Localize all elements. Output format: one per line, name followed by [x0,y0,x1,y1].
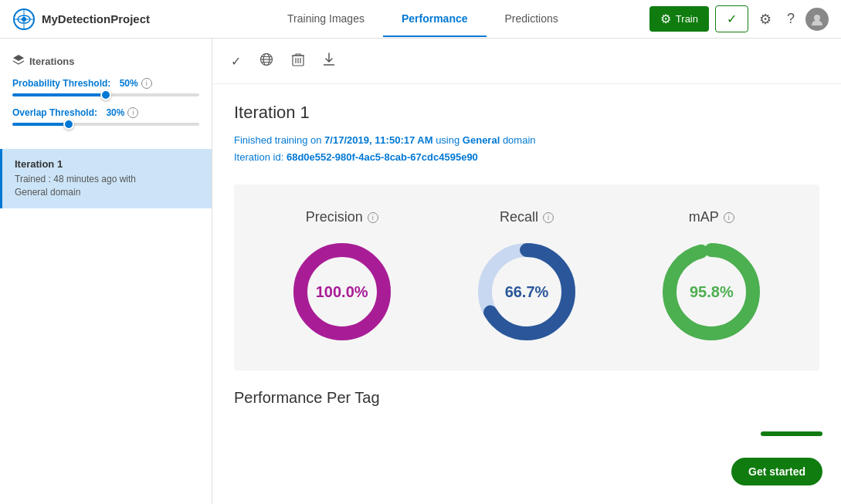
overlap-slider-track [12,123,199,126]
app-logo-icon [12,8,36,31]
precision-label: Precision i [306,209,378,225]
meta-line1: Finished training on 7/17/2019, 11:50:17… [234,134,536,146]
map-info-icon[interactable]: i [724,212,734,223]
overlap-slider-thumb[interactable] [63,119,74,130]
settings-button[interactable]: ⚙ [755,6,776,32]
iteration-item-desc: Trained : 48 minutes ago with General do… [15,173,199,199]
metric-recall: Recall i 66.7% [473,209,581,346]
iteration-item-1[interactable]: Iteration 1 Trained : 48 minutes ago wit… [0,149,212,208]
sidebar-section-title: Iterations [0,51,212,78]
sidebar-controls: Probability Threshold: 50% i Overlap Thr… [0,78,212,149]
main-layout: Iterations Probability Threshold: 50% i … [0,39,841,504]
tab-performance[interactable]: Performance [383,2,487,37]
logo-area: MyDetectionProject [12,8,150,31]
metric-precision: Precision i 100.0% [288,209,396,346]
toolbar-check-button[interactable]: ✓ [228,51,244,72]
progress-bar-row [761,431,822,436]
performance-per-tag-title: Performance Per Tag [234,389,819,407]
iteration-title: Iteration 1 [234,103,819,123]
avatar[interactable] [805,8,829,31]
precision-value: 100.0% [316,283,368,301]
layers-icon [12,54,25,69]
sidebar: Iterations Probability Threshold: 50% i … [0,39,212,504]
check-icon: ✓ [727,12,737,26]
probability-threshold-label: Probability Threshold: 50% i [12,78,199,89]
help-icon: ? [787,11,795,27]
map-value: 95.8% [690,283,734,301]
train-button-label: Train [676,13,698,25]
probability-slider-fill [12,93,106,96]
progress-bar [761,431,822,436]
recall-donut: 66.7% [473,238,581,346]
toolbar-delete-icon [292,52,304,69]
recall-info-icon[interactable]: i [543,212,554,223]
toolbar-delete-button[interactable] [289,49,307,73]
toolbar-globe-button[interactable] [256,49,276,73]
iteration-meta: Finished training on 7/17/2019, 11:50:17… [234,132,819,166]
overlap-threshold-label: Overlap Threshold: 30% i [12,107,199,118]
recall-value: 66.7% [505,283,549,301]
toolbar-check-icon: ✓ [231,54,241,69]
map-label: mAP i [689,209,734,225]
iteration-item-title: Iteration 1 [15,158,199,170]
settings-icon: ⚙ [759,11,771,28]
check-button[interactable]: ✓ [715,5,748,32]
toolbar-download-button[interactable] [320,49,338,73]
content-body: Iteration 1 Finished training on 7/17/20… [212,84,841,435]
overlap-slider-fill [12,123,69,126]
gear-icon: ⚙ [660,12,671,26]
precision-donut: 100.0% [288,238,396,346]
project-name: MyDetectionProject [42,12,150,25]
probability-slider-thumb[interactable] [100,90,111,100]
tab-predictions[interactable]: Predictions [487,2,577,37]
help-button[interactable]: ? [782,6,799,32]
probability-slider-track [12,93,199,96]
meta-line2: Iteration id: 68d0e552-980f-4ac5-8cab-67… [234,151,478,163]
overlap-info-icon[interactable]: i [127,107,138,118]
map-donut: 95.8% [657,238,765,346]
toolbar: ✓ [212,39,841,84]
content-area: ✓ [212,39,841,504]
overlap-threshold-row: Overlap Threshold: 30% i [12,107,199,126]
metrics-card: Precision i 100.0% Recall [234,184,819,370]
tab-training-images[interactable]: Training Images [269,2,383,37]
svg-point-5 [814,15,820,21]
probability-info-icon[interactable]: i [141,78,152,89]
metric-map: mAP i 95.8% [657,209,765,346]
train-button[interactable]: ⚙ Train [649,6,709,32]
precision-info-icon[interactable]: i [368,212,378,223]
header-actions: ⚙ Train ✓ ⚙ ? [649,5,829,32]
recall-label: Recall i [500,209,554,225]
get-started-button[interactable]: Get started [731,458,822,485]
probability-threshold-row: Probability Threshold: 50% i [12,78,199,96]
toolbar-download-icon [323,52,335,69]
nav-tabs: Training Images Performance Predictions [205,2,640,37]
toolbar-globe-icon [259,52,273,69]
header: MyDetectionProject Training Images Perfo… [0,0,841,39]
